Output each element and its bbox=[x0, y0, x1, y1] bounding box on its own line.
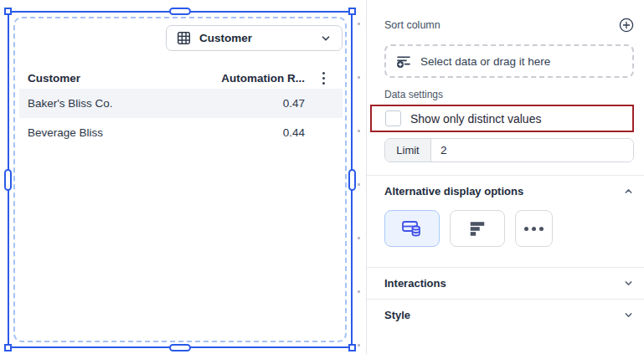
display-option-table-button[interactable] bbox=[384, 210, 440, 247]
resize-handle-top-left[interactable] bbox=[4, 8, 12, 15]
header-customer: Customer bbox=[19, 72, 221, 85]
column-menu-icon[interactable] bbox=[305, 72, 343, 85]
alt-display-section-header[interactable]: Alternative display options bbox=[384, 176, 634, 207]
table-row[interactable]: Beverage Bliss 0.44 bbox=[19, 118, 343, 147]
table-and-database-icon bbox=[401, 219, 423, 238]
limit-tag: Limit bbox=[385, 139, 431, 162]
display-option-more-button[interactable] bbox=[515, 210, 553, 247]
cell-customer: Beverage Bliss bbox=[19, 126, 221, 139]
chevron-down-icon bbox=[623, 278, 634, 289]
resize-handle-top[interactable] bbox=[169, 8, 191, 15]
column-selector-label: Customer bbox=[199, 32, 312, 44]
plus-circle-icon[interactable] bbox=[619, 18, 634, 33]
more-options-icon bbox=[524, 227, 544, 231]
dashboard-canvas: Customer Customer Automation R... Baker'… bbox=[0, 0, 366, 354]
canvas-grid-dots bbox=[358, 23, 360, 349]
display-option-bars-button[interactable] bbox=[450, 210, 505, 247]
resize-handle-bottom[interactable] bbox=[169, 344, 191, 351]
distinct-values-checkbox[interactable] bbox=[385, 110, 401, 126]
table-header-row: Customer Automation R... bbox=[19, 67, 343, 89]
chevron-down-icon bbox=[320, 33, 332, 44]
style-label: Style bbox=[384, 309, 410, 321]
select-data-label: Select data or drag it here bbox=[420, 55, 550, 68]
interactions-label: Interactions bbox=[384, 277, 446, 290]
chevron-down-icon bbox=[623, 310, 634, 321]
cell-customer: Baker's Bliss Co. bbox=[19, 97, 221, 110]
table-widget: Customer Customer Automation R... Baker'… bbox=[13, 17, 347, 342]
table-grid-icon bbox=[177, 31, 191, 45]
cell-value: 0.47 bbox=[221, 97, 305, 110]
annotation-highlight-box: Show only distinct values bbox=[370, 105, 634, 132]
data-settings-label: Data settings bbox=[384, 89, 443, 100]
resize-handle-right[interactable] bbox=[348, 169, 356, 191]
selected-widget[interactable]: Customer Customer Automation R... Baker'… bbox=[8, 11, 353, 348]
resize-handle-top-right[interactable] bbox=[348, 8, 356, 15]
properties-panel: Sort column Select data or drag it here … bbox=[366, 0, 644, 354]
add-to-list-icon bbox=[396, 54, 411, 69]
horizontal-bars-icon bbox=[468, 219, 487, 238]
display-option-buttons bbox=[384, 210, 634, 247]
sort-column-label: Sort column bbox=[384, 19, 440, 31]
limit-input[interactable] bbox=[431, 139, 633, 162]
limit-field: Limit bbox=[384, 138, 634, 162]
interactions-section-header[interactable]: Interactions bbox=[384, 268, 634, 299]
distinct-values-label: Show only distinct values bbox=[410, 112, 541, 126]
resize-handle-bottom-right[interactable] bbox=[348, 344, 356, 351]
sort-column-section: Sort column bbox=[384, 18, 634, 33]
table-row[interactable]: Baker's Bliss Co. 0.47 bbox=[19, 89, 343, 118]
style-section-header[interactable]: Style bbox=[384, 300, 634, 331]
data-settings-section: Data settings bbox=[384, 86, 634, 101]
cell-value: 0.44 bbox=[221, 126, 305, 139]
header-automation-rate: Automation R... bbox=[221, 72, 305, 85]
alt-display-label: Alternative display options bbox=[384, 185, 523, 198]
column-selector-dropdown[interactable]: Customer bbox=[166, 25, 343, 51]
data-table: Customer Automation R... Baker's Bliss C… bbox=[19, 67, 343, 147]
select-data-drop-zone[interactable]: Select data or drag it here bbox=[384, 44, 634, 78]
chevron-up-icon bbox=[623, 186, 634, 197]
resize-handle-bottom-left[interactable] bbox=[4, 344, 12, 351]
resize-handle-left[interactable] bbox=[4, 169, 12, 191]
